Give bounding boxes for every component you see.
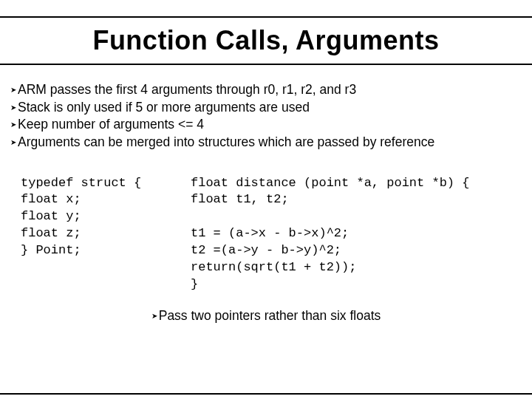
code-line: } Point; xyxy=(21,243,81,257)
code-line: t1 = (a->x - b->x)^2; xyxy=(191,226,349,240)
slide-title: Function Calls, Arguments xyxy=(0,25,532,56)
code-block-struct: typedef struct { float x; float y; float… xyxy=(21,175,183,294)
bullet-text: Arguments can be merged into structures … xyxy=(18,134,434,151)
bullet-list: ➤ ARM passes the first 4 arguments throu… xyxy=(10,81,522,151)
code-line: t2 =(a->y - b->y)^2; xyxy=(191,243,341,257)
code-block-function: float distance (point *a, point *b) { fl… xyxy=(183,175,522,294)
bullet-arrow-icon: ➤ xyxy=(10,120,16,130)
code-line: float y; xyxy=(21,209,81,223)
bottom-divider xyxy=(0,393,532,395)
bullet-text: Keep number of arguments <= 4 xyxy=(18,116,204,134)
bullet-item: ➤ ARM passes the first 4 arguments throu… xyxy=(10,81,522,99)
bullet-arrow-icon: ➤ xyxy=(10,85,16,95)
code-line: float distance (point *a, point *b) { xyxy=(191,176,469,190)
code-line: float t1, t2; xyxy=(191,192,289,206)
bullet-text: ARM passes the first 4 arguments through… xyxy=(18,81,356,99)
title-band: Function Calls, Arguments xyxy=(0,16,532,65)
code-columns: typedef struct { float x; float y; float… xyxy=(21,175,522,294)
bullet-arrow-icon: ➤ xyxy=(10,137,16,148)
code-line: typedef struct { xyxy=(21,176,141,190)
bullet-arrow-icon: ➤ xyxy=(151,312,157,320)
bullet-item: ➤ Keep number of arguments <= 4 xyxy=(10,116,522,134)
slide: Function Calls, Arguments ➤ ARM passes t… xyxy=(0,16,532,399)
code-line: return(sqrt(t1 + t2)); xyxy=(191,260,356,274)
bullet-item: ➤ Arguments can be merged into structure… xyxy=(10,134,522,151)
bullet-item: ➤ Stack is only used if 5 or more argume… xyxy=(10,99,522,117)
code-line: float z; xyxy=(21,226,81,240)
bullet-arrow-icon: ➤ xyxy=(10,103,16,113)
code-line: } xyxy=(191,277,198,291)
code-line: float x; xyxy=(21,192,81,206)
bullet-text: Stack is only used if 5 or more argument… xyxy=(18,99,310,117)
footnote: ➤Pass two pointers rather than six float… xyxy=(0,308,532,324)
footnote-text: Pass two pointers rather than six floats xyxy=(159,308,381,323)
